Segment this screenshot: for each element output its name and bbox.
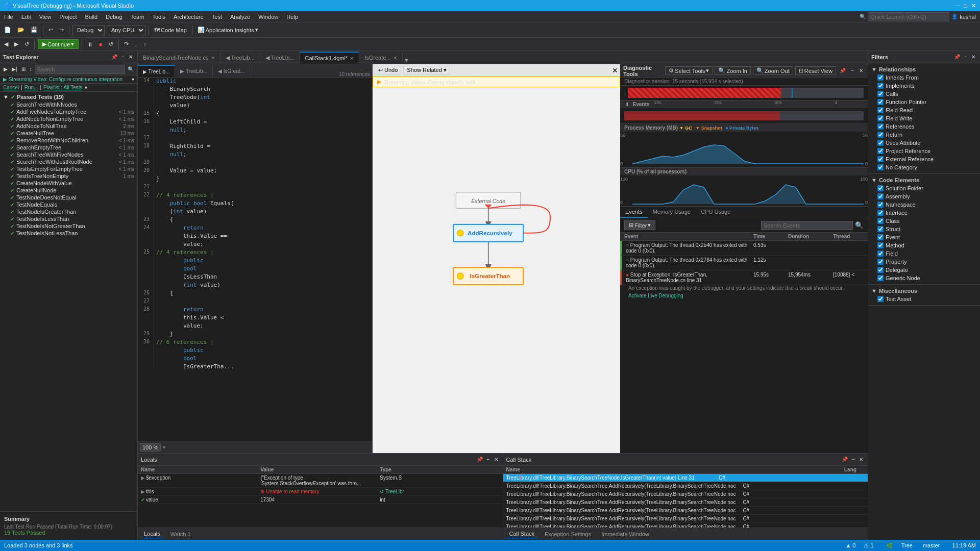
pin-btn[interactable]: 📌 <box>110 54 119 60</box>
event-row[interactable]: ○ Program Output: The thread 0x2784 has … <box>620 256 868 270</box>
filter-delegate[interactable]: Delegate <box>871 266 977 274</box>
menu-architecture[interactable]: Architecture <box>169 13 208 21</box>
event-live-debug-link[interactable]: Activate Live Debugging <box>620 293 868 300</box>
test-group-passed[interactable]: ▼ ✔ Passed Tests (19) <box>0 93 137 101</box>
footer-tab-callstack[interactable]: Call Stack <box>506 530 538 538</box>
forward-btn[interactable]: ▶ <box>12 40 20 48</box>
filter-external-reference[interactable]: External Reference <box>871 155 977 163</box>
test-item[interactable]: ✔ SearchEmptyTree < 1 ms <box>0 144 137 151</box>
event-row[interactable]: ○ Program Output: The thread 0x2b40 has … <box>620 241 868 256</box>
restart-btn[interactable]: ↺ <box>107 40 115 48</box>
filter-field[interactable]: Field <box>871 249 977 258</box>
cancel-filter-link[interactable]: Cancel <box>3 85 19 90</box>
test-item[interactable]: ✔ CreateNodeWithValue <box>0 180 137 187</box>
code-map-btn[interactable]: 🗺 Code Map <box>152 26 189 34</box>
add-tab-btn[interactable]: ▾ <box>403 56 410 64</box>
filter-struct[interactable]: Struct <box>871 225 977 233</box>
test-item[interactable]: ✔ SearchTreeWithFiveNodes < 1 ms <box>0 151 137 158</box>
locals-pin-btn[interactable]: 📌 <box>475 456 484 463</box>
tab-memory-usage[interactable]: Memory Usage <box>648 207 696 218</box>
inner-tab-treelibrary[interactable]: ▶ TreeLib... <box>138 65 175 77</box>
test-item[interactable]: ✔ TestIsEmptyForEmptyTree < 1 ms <box>0 165 137 172</box>
filters-close-btn[interactable]: ✕ <box>970 54 977 60</box>
callstack-row[interactable]: TreeLibrary.dll!TreeLibrary.BinarySearch… <box>503 515 868 523</box>
callstack-row[interactable]: TreeLibrary.dll!TreeLibrary.BinarySearch… <box>503 490 868 498</box>
new-project-btn[interactable]: 📄 <box>2 26 13 34</box>
test-item[interactable]: ✔ TestIsTreeNonEmpty 1 ms <box>0 172 137 180</box>
test-search-input[interactable] <box>35 65 125 74</box>
test-item[interactable]: ✔ RemoveRootWithNoChildren < 1 ms <box>0 137 137 144</box>
run-selected-btn[interactable]: ▶| <box>10 66 19 72</box>
test-item[interactable]: ✔ AddFiveNodesToEmptyTree < 1 ms <box>0 108 137 115</box>
stop-btn[interactable]: ■ <box>97 40 105 48</box>
filter-field-write[interactable]: Field Write <box>871 114 977 122</box>
cb-references[interactable] <box>877 123 884 130</box>
test-item[interactable]: ✔ TestNodeEquals <box>0 201 137 208</box>
filter-return[interactable]: Return <box>871 131 977 139</box>
footer-tab-locals[interactable]: Locals <box>141 530 163 538</box>
miscellaneous-title[interactable]: ▼ Miscellaneous <box>871 287 977 295</box>
playlist-filter-link[interactable]: Playlist : All Tests <box>43 85 83 90</box>
code-elements-title[interactable]: ▼ Code Elements <box>871 176 977 184</box>
menu-view[interactable]: View <box>35 13 56 21</box>
callstack-row[interactable]: TreeLibrary.dll!TreeLibrary.BinarySearch… <box>503 498 868 507</box>
show-related-btn[interactable]: Show Related ▾ <box>403 66 450 74</box>
cb-generic-node[interactable] <box>877 275 884 281</box>
callstack-row-active[interactable]: TreeLibrary.dll!TreeLibrary.BinarySearch… <box>503 474 868 482</box>
tab-binarysearch[interactable]: BinarySearchTreeNode.cs ✕ <box>138 52 220 64</box>
inner-tab-isgreater[interactable]: ◀ IsGreat... <box>213 65 250 77</box>
filter-uses-attribute[interactable]: Uses Attribute <box>871 139 977 147</box>
filter-method[interactable]: Method <box>871 241 977 249</box>
diagram-close-btn[interactable]: ✕ <box>612 66 618 74</box>
event-row-exception[interactable]: ● Stop at Exception: IsGreaterThan, Bina… <box>620 270 868 285</box>
tab-isgreater[interactable]: IsGreate... ✕ <box>359 52 402 64</box>
cb-method[interactable] <box>877 242 884 248</box>
back-btn[interactable]: ◀ <box>2 40 10 48</box>
footer-tab-immediate[interactable]: Immediate Window <box>598 530 652 538</box>
menu-test[interactable]: Test <box>208 13 226 21</box>
callstack-pin-btn[interactable]: 📌 <box>840 456 849 463</box>
redo-btn[interactable]: ↪ <box>57 26 66 34</box>
tab-close-icon[interactable]: ✕ <box>393 55 397 61</box>
tab-events[interactable]: Events <box>620 207 648 218</box>
cb-uses-attribute[interactable] <box>877 140 884 146</box>
filter-inherits-from[interactable]: Inherits From <box>871 73 977 82</box>
select-tools-btn[interactable]: ⚙ Select Tools ▾ <box>665 66 713 75</box>
save-btn[interactable]: 💾 <box>29 26 40 34</box>
diagram-canvas[interactable]: External Code AddRecursively <box>373 87 620 453</box>
cb-test-asset[interactable] <box>877 296 884 302</box>
menu-project[interactable]: Project <box>55 13 81 21</box>
cb-interface[interactable] <box>877 210 884 216</box>
diag-pin-btn[interactable]: 📌 <box>838 67 847 74</box>
quick-launch-input[interactable] <box>868 12 949 21</box>
tab-callstack[interactable]: CallStack1.dgml* ✕ <box>300 52 359 64</box>
filter-assembly[interactable]: Assembly <box>871 192 977 201</box>
sort-btn[interactable]: ↕ <box>28 66 34 72</box>
cb-event[interactable] <box>877 234 884 240</box>
filter-generic-node[interactable]: Generic Node <box>871 274 977 282</box>
menu-file[interactable]: File <box>0 13 17 21</box>
cb-property[interactable] <box>877 259 884 265</box>
cb-calls[interactable] <box>877 91 884 97</box>
filters-pin-btn[interactable]: 📌 <box>952 54 962 60</box>
menu-analyze[interactable]: Analyze <box>226 13 254 21</box>
filter-references[interactable]: References <box>871 122 977 131</box>
code-content[interactable]: 14 public BinarySearch TreeNode(int <box>138 78 372 441</box>
minimize-panel-btn[interactable]: − <box>120 54 126 60</box>
expand-icon[interactable]: ▶ <box>141 475 145 481</box>
expand-icon[interactable]: ▶ <box>141 489 145 494</box>
menu-tools[interactable]: Tools <box>148 13 169 21</box>
run-all-btn[interactable]: ▶ <box>2 66 9 72</box>
test-search-btn[interactable]: 🔍 <box>126 66 135 72</box>
cb-return[interactable] <box>877 132 884 138</box>
step-out-btn[interactable]: ↑ <box>141 40 149 48</box>
test-item[interactable]: ✔ AddNodeToNonEmptyTree < 1 ms <box>0 115 137 122</box>
test-item[interactable]: ✔ TestNodeDoesNotEqual <box>0 194 137 201</box>
app-insights-btn[interactable]: 📊 Application Insights ▾ <box>195 26 260 34</box>
cb-field-write[interactable] <box>877 115 884 121</box>
search-events-btn[interactable]: 🔍 <box>855 221 864 229</box>
filter-class[interactable]: Class <box>871 217 977 225</box>
zoom-level[interactable]: 100 % <box>140 443 161 452</box>
minimize-btn[interactable]: ─ <box>956 3 960 9</box>
callstack-min-btn[interactable]: − <box>850 456 856 463</box>
